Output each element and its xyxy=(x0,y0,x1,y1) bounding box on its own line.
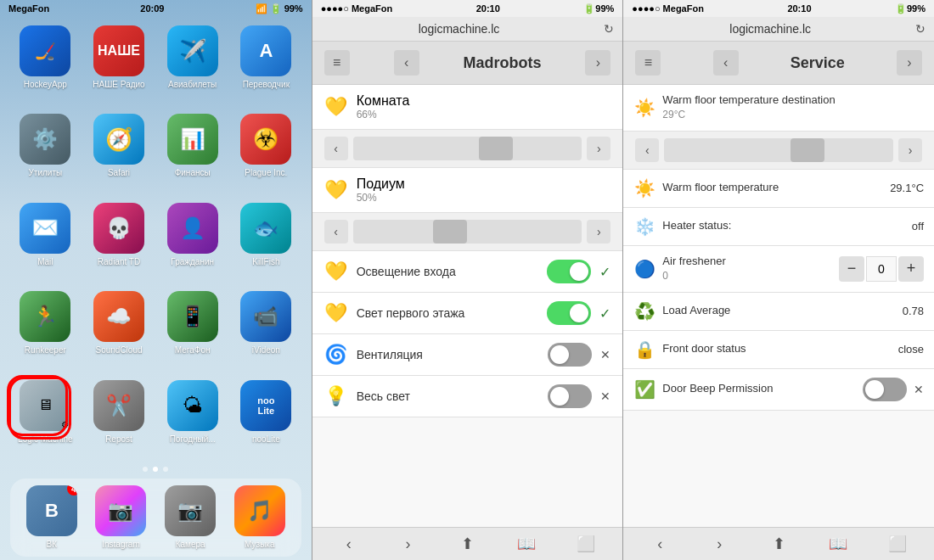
app-logicmachine[interactable]: 🖥 ⚙ Logic Machine xyxy=(12,380,79,455)
app-icon-grazhdanin[interactable]: 👤 xyxy=(167,203,218,254)
warm-floor-slider-track[interactable] xyxy=(664,138,893,162)
app-icon-vk[interactable]: В 4 xyxy=(26,485,77,536)
bookmarks-btn-3[interactable]: 📖 xyxy=(824,535,852,553)
podium-light-icon: 💛 xyxy=(324,179,348,201)
app-runkeeper[interactable]: 🏃 Runkeeper xyxy=(12,291,79,366)
app-repost[interactable]: ✂️ Repost xyxy=(86,380,153,455)
podium-slider-right[interactable]: › xyxy=(587,220,610,244)
forward-btn-3[interactable]: › xyxy=(706,535,733,553)
vent-toggle[interactable] xyxy=(548,343,592,367)
app-icon-utils[interactable]: ⚙️ xyxy=(20,114,70,165)
warm-floor-dest-row: ☀️ Warm floor temperature destination 29… xyxy=(623,85,934,132)
app-icon-radiant[interactable]: 💀 xyxy=(93,203,144,254)
app-icon-repost[interactable]: ✂️ xyxy=(93,380,144,431)
room-slider-left[interactable]: ‹ xyxy=(324,137,348,160)
entrance-light-toggle[interactable] xyxy=(547,260,591,283)
nav-forward-btn-2[interactable]: › xyxy=(585,50,610,76)
forward-btn-2[interactable]: › xyxy=(395,535,422,553)
warm-floor-slider-right[interactable]: › xyxy=(898,138,922,162)
browser-toolbar-3: ‹ › ⬆ 📖 ⬜ xyxy=(623,527,934,560)
content-area-3: ☀️ Warm floor temperature destination 29… xyxy=(623,85,934,527)
room-slider-row[interactable]: ‹ › xyxy=(312,130,623,168)
app-utils[interactable]: ⚙️ Утилиты xyxy=(12,114,79,188)
app-mail[interactable]: ✉️ Mail xyxy=(12,203,79,277)
app-icon-camera[interactable]: 📷 xyxy=(165,485,216,536)
app-nashe[interactable]: НАШЕ НАШЕ Радио xyxy=(86,25,153,100)
app-label-vk: ВК xyxy=(47,540,58,550)
app-icon-nashe[interactable]: НАШЕ xyxy=(93,25,144,76)
app-icon-safari[interactable]: 🧭 xyxy=(93,114,144,165)
app-music[interactable]: 🎵 Музыка xyxy=(234,485,285,550)
back-btn-2[interactable]: ‹ xyxy=(335,535,363,553)
app-icon-translate[interactable]: A xyxy=(240,25,291,76)
bookmarks-btn-2[interactable]: 📖 xyxy=(513,535,540,553)
tabs-btn-2[interactable]: ⬜ xyxy=(572,535,599,553)
warm-floor-temp-value: 29.1°C xyxy=(890,182,924,194)
nav-forward-btn-3[interactable]: › xyxy=(897,50,922,76)
app-icon-plague[interactable]: ☣️ xyxy=(240,114,291,165)
app-icon-instagram[interactable]: 📷 xyxy=(95,485,146,536)
app-grazhdanin[interactable]: 👤 Гражданин xyxy=(159,203,226,277)
app-label-soundcloud: SoundCloud xyxy=(95,345,142,356)
app-plague[interactable]: ☣️ Plague Inc. xyxy=(233,114,300,188)
app-safari[interactable]: 🧭 Safari xyxy=(86,114,153,188)
all-light-toggle[interactable] xyxy=(548,384,592,408)
nav-back-btn-3[interactable]: ‹ xyxy=(713,50,739,76)
heater-status-icon: ❄️ xyxy=(633,216,655,237)
app-icon-runkeeper[interactable]: 🏃 xyxy=(20,291,70,342)
warm-floor-slider-left[interactable]: ‹ xyxy=(635,138,659,162)
warm-floor-slider-row[interactable]: ‹ › xyxy=(623,132,934,170)
app-icon-mail[interactable]: ✉️ xyxy=(20,203,70,254)
app-pogoda[interactable]: 🌤 Погодный... xyxy=(159,380,226,455)
app-noolite[interactable]: nooLite nooLite xyxy=(233,380,300,455)
door-beep-toggle[interactable] xyxy=(863,378,907,401)
app-translate[interactable]: A Переводчик xyxy=(233,25,300,100)
app-ivideon[interactable]: 📹 iVideon xyxy=(233,291,300,366)
share-btn-2[interactable]: ⬆ xyxy=(453,535,481,553)
back-btn-3[interactable]: ‹ xyxy=(646,535,673,553)
podium-light-pct: 50% xyxy=(357,192,405,204)
app-icon-avia[interactable]: ✈️ xyxy=(167,25,218,76)
room-slider-track[interactable] xyxy=(353,137,582,160)
app-killfish[interactable]: 🐟 KillFish xyxy=(233,203,300,277)
app-icon-hockeyapp[interactable]: 🏒 xyxy=(20,25,70,76)
front-door-value: close xyxy=(898,343,924,356)
app-finance[interactable]: 📊 Финансы xyxy=(159,114,226,188)
nav-menu-btn-2[interactable]: ≡ xyxy=(324,50,350,76)
app-radiant[interactable]: 💀 Radiant TD xyxy=(86,203,153,277)
app-grid: 🏒 HockeyApp НАШЕ НАШЕ Радио ✈️ Авиабилет… xyxy=(0,17,312,463)
app-hockeyapp[interactable]: 🏒 HockeyApp xyxy=(12,25,79,100)
podium-slider-left[interactable]: ‹ xyxy=(324,220,348,244)
stepper-plus-btn[interactable]: + xyxy=(898,256,924,282)
reload-btn-3[interactable]: ↻ xyxy=(915,22,926,36)
reload-btn-2[interactable]: ↻ xyxy=(604,22,614,36)
app-label-hockeyapp: HockeyApp xyxy=(24,80,67,90)
app-avia[interactable]: ✈️ Авиабилеты xyxy=(159,25,226,100)
app-icon-ivideon[interactable]: 📹 xyxy=(240,291,291,342)
room-slider-right[interactable]: › xyxy=(587,137,610,160)
app-icon-soundcloud[interactable]: ☁️ xyxy=(93,291,144,342)
app-instagram[interactable]: 📷 Instagram xyxy=(95,485,146,550)
podium-slider-track[interactable] xyxy=(353,220,582,244)
app-icon-killfish[interactable]: 🐟 xyxy=(240,203,291,254)
share-btn-3[interactable]: ⬆ xyxy=(765,535,792,553)
app-label-plague: Plague Inc. xyxy=(245,168,287,178)
app-megafon[interactable]: 📱 МегаФон xyxy=(159,291,226,366)
app-soundcloud[interactable]: ☁️ SoundCloud xyxy=(86,291,153,366)
app-icon-noolite[interactable]: nooLite xyxy=(240,380,291,431)
app-vk[interactable]: В 4 ВК xyxy=(26,485,77,550)
floor1-light-toggle[interactable] xyxy=(547,301,591,325)
stepper-minus-btn[interactable]: − xyxy=(839,256,864,282)
app-icon-music[interactable]: 🎵 xyxy=(234,485,285,536)
tabs-btn-3[interactable]: ⬜ xyxy=(884,535,911,553)
nav-menu-btn-3[interactable]: ≡ xyxy=(635,50,661,76)
podium-slider-row[interactable]: ‹ › xyxy=(312,213,623,251)
carrier-1: MegaFon xyxy=(8,3,49,14)
app-icon-finance[interactable]: 📊 xyxy=(167,114,218,165)
nav-back-btn-2[interactable]: ‹ xyxy=(394,50,419,76)
app-icon-megafon[interactable]: 📱 xyxy=(167,291,218,342)
app-camera[interactable]: 📷 Камера xyxy=(165,485,216,550)
app-icon-pogoda[interactable]: 🌤 xyxy=(167,380,218,431)
app-icon-logicmachine[interactable]: 🖥 ⚙ xyxy=(20,380,70,431)
air-freshener-row: 🔵 Air freshener 0 − 0 + xyxy=(623,246,934,293)
